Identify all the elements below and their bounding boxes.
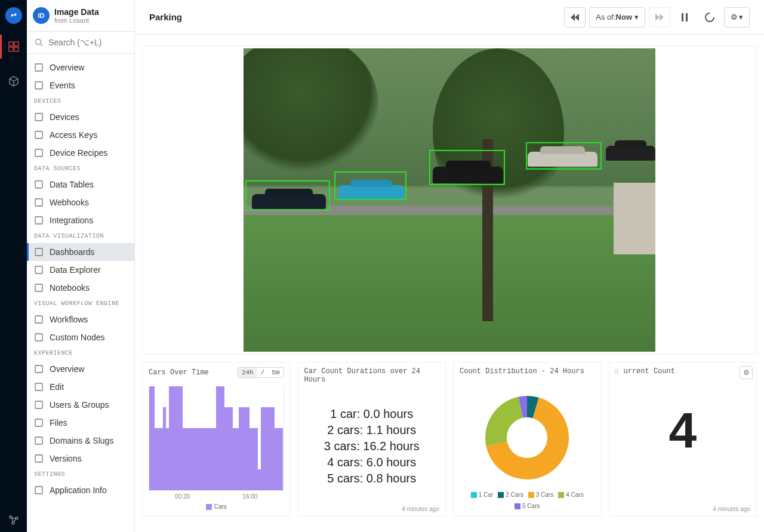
duration-line: 1 car: 0.0 hours xyxy=(330,407,413,421)
drag-handle-icon[interactable]: ⠿ xyxy=(614,368,619,376)
sidebar-item-overview[interactable]: Overview xyxy=(27,360,134,378)
sidebar-item-notebooks[interactable]: Notebooks xyxy=(27,279,134,297)
sidebar-item-data-explorer[interactable]: Data Explorer xyxy=(27,261,134,279)
legend-label: 3 Cars xyxy=(536,491,553,498)
svg-rect-10 xyxy=(35,113,42,121)
rewind-button[interactable] xyxy=(564,7,586,27)
svg-rect-11 xyxy=(35,131,42,139)
parking-image xyxy=(244,48,655,352)
settings-button[interactable]: ⚙ ▾ xyxy=(724,7,750,27)
bar-chart-legend: Cars xyxy=(149,503,284,510)
car-shape xyxy=(606,146,655,161)
legend-label: 4 Cars xyxy=(566,491,583,498)
refresh-spinner-icon[interactable] xyxy=(699,7,720,27)
legend-item: 3 Cars xyxy=(528,491,553,498)
gear-icon: ⚙ xyxy=(743,368,750,377)
fastforward-button[interactable] xyxy=(649,7,670,27)
sidebar-item-application-info[interactable]: Application Info xyxy=(27,481,134,499)
sidebar-item-workflows[interactable]: Workflows xyxy=(27,310,134,328)
nav-heading: DATA SOURCES xyxy=(27,162,134,176)
svg-rect-24 xyxy=(35,419,42,426)
svg-rect-16 xyxy=(35,248,42,256)
range-24h[interactable]: 24h xyxy=(238,368,257,377)
svg-rect-20 xyxy=(35,334,42,341)
sidebar-item-label: Devices xyxy=(50,112,79,122)
svg-rect-18 xyxy=(35,284,42,291)
legend-label: 5 Cars xyxy=(522,503,540,509)
nav-icon xyxy=(34,198,44,207)
sidebar-item-label: Events xyxy=(50,81,75,90)
sidebar-item-label: Dashboards xyxy=(50,247,95,257)
svg-rect-15 xyxy=(35,217,42,224)
nav-icon xyxy=(34,81,44,90)
widget-gear-button[interactable]: ⚙ xyxy=(740,366,753,379)
sidebar-item-label: Users & Groups xyxy=(50,400,109,410)
legend-item: 4 Cars xyxy=(558,491,583,498)
legend-label: 1 Car xyxy=(479,491,493,498)
nav-icon xyxy=(34,216,44,225)
duration-line: 5 cars: 0.8 hours xyxy=(327,472,416,485)
sidebar-item-data-tables[interactable]: Data Tables xyxy=(27,176,134,193)
chevron-down-icon: ▾ xyxy=(739,13,743,21)
nav-icon xyxy=(34,333,44,342)
svg-rect-28 xyxy=(682,13,683,21)
pause-button[interactable] xyxy=(674,7,695,27)
sidebar-item-custom-nodes[interactable]: Custom Nodes xyxy=(27,328,134,346)
duration-line: 3 cars: 16.2 hours xyxy=(324,439,420,453)
sidebar-item-label: Data Tables xyxy=(50,180,94,189)
asof-prefix: As of: xyxy=(596,13,615,21)
svg-rect-27 xyxy=(35,487,42,494)
svg-rect-23 xyxy=(35,401,42,408)
chevron-down-icon: ▾ xyxy=(634,13,639,21)
rail-dashboard-icon[interactable] xyxy=(0,35,27,59)
sidebar-item-dashboards[interactable]: Dashboards xyxy=(27,243,134,261)
cars-bar-chart xyxy=(149,386,284,491)
nav-icon xyxy=(34,400,44,410)
legend-item: 5 Cars xyxy=(515,503,540,509)
nav-icon xyxy=(34,454,44,463)
svg-point-5 xyxy=(16,517,18,519)
nav-icon xyxy=(34,247,44,257)
sidebar-item-devices[interactable]: Devices xyxy=(27,108,134,126)
sidebar-item-versions[interactable]: Versions xyxy=(27,450,134,468)
sidebar-item-label: Data Explorer xyxy=(50,265,101,275)
rail-graph-icon[interactable] xyxy=(0,508,27,532)
sidebar-item-overview[interactable]: Overview xyxy=(27,59,134,76)
svg-point-4 xyxy=(10,516,12,518)
sidebar-item-device-recipes[interactable]: Device Recipes xyxy=(27,144,134,162)
time-range-toggle[interactable]: 24h / 5m xyxy=(238,367,284,378)
search-input[interactable] xyxy=(48,38,127,47)
sidebar-item-webhooks[interactable]: Webhooks xyxy=(27,193,134,211)
sidebar-item-events[interactable]: Events xyxy=(27,76,134,94)
asof-dropdown[interactable]: As of: Now ▾ xyxy=(589,7,645,27)
legend-item: 1 Car xyxy=(471,491,493,498)
svg-rect-9 xyxy=(35,82,42,89)
search-box[interactable] xyxy=(27,32,134,54)
sidebar-item-domains-slugs[interactable]: Domains & Slugs xyxy=(27,432,134,450)
sidebar-item-edit[interactable]: Edit xyxy=(27,378,134,396)
svg-rect-29 xyxy=(686,13,688,21)
app-title: Image Data xyxy=(54,7,99,17)
sidebar-item-label: Overview xyxy=(50,364,84,374)
sidebar-item-files[interactable]: Files xyxy=(27,414,134,432)
bar xyxy=(281,428,284,490)
sidebar-item-integrations[interactable]: Integrations xyxy=(27,211,134,229)
sidebar-item-label: Domains & Slugs xyxy=(50,436,113,445)
donut-slice xyxy=(485,397,523,447)
sidebar-item-label: Versions xyxy=(50,454,82,463)
nav-heading: VISUAL WORKFLOW ENGINE xyxy=(27,297,134,310)
sidebar-item-label: Overview xyxy=(50,63,84,72)
range-5m[interactable]: 5m xyxy=(268,368,283,377)
nav-icon xyxy=(34,180,44,189)
sidebar-item-label: Integrations xyxy=(50,216,93,225)
nav-heading: DEVICES xyxy=(27,94,134,108)
nav-icon xyxy=(34,382,44,392)
legend-swatch xyxy=(498,492,504,498)
brand-logo[interactable] xyxy=(5,7,22,24)
svg-rect-2 xyxy=(9,47,13,51)
sidebar-item-access-keys[interactable]: Access Keys xyxy=(27,126,134,144)
svg-point-7 xyxy=(36,39,41,45)
sidebar-item-users-groups[interactable]: Users & Groups xyxy=(27,396,134,414)
legend-swatch xyxy=(558,492,564,498)
rail-box-icon[interactable] xyxy=(0,69,27,93)
